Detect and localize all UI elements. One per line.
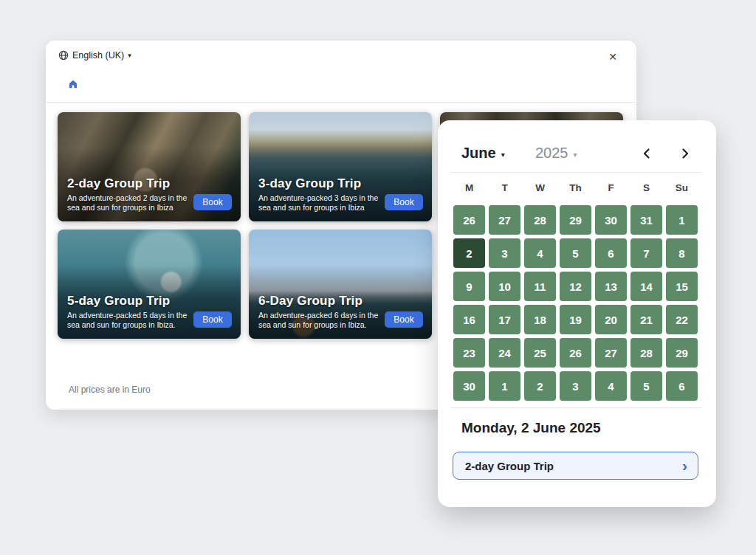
calendar-day[interactable]: 14 bbox=[630, 272, 662, 301]
calendar-day[interactable]: 7 bbox=[630, 238, 662, 268]
language-selector[interactable]: English (UK) ▾ bbox=[58, 50, 131, 61]
calendar-day[interactable]: 15 bbox=[666, 272, 698, 301]
card-description: An adventure-packed 6 days in the sea an… bbox=[258, 311, 388, 329]
calendar-day[interactable]: 5 bbox=[630, 371, 662, 401]
calendar-popup: June ▾ 2025 ▾ MTWThFSSu 2627282930311234… bbox=[438, 120, 716, 507]
calendar-day[interactable]: 5 bbox=[560, 238, 591, 268]
home-icon bbox=[68, 79, 78, 89]
calendar-day[interactable]: 11 bbox=[524, 272, 556, 301]
calendar-day[interactable]: 10 bbox=[489, 272, 520, 301]
calendar-day[interactable]: 13 bbox=[595, 272, 627, 301]
calendar-day[interactable]: 28 bbox=[524, 205, 556, 235]
calendar-day-headers: MTWThFSSu bbox=[453, 182, 698, 193]
calendar-day[interactable]: 16 bbox=[453, 305, 485, 334]
day-header: Su bbox=[666, 182, 698, 193]
calendar-day[interactable]: 2 bbox=[524, 371, 556, 401]
month-selector[interactable]: June ▾ bbox=[461, 145, 505, 162]
calendar-day[interactable]: 28 bbox=[630, 338, 662, 368]
card-title: 3-day Group Trip bbox=[258, 176, 423, 191]
calendar-day[interactable]: 3 bbox=[560, 371, 591, 401]
currency-note: All prices are in Euro bbox=[69, 385, 151, 395]
calendar-day[interactable]: 29 bbox=[666, 338, 698, 368]
globe-icon bbox=[58, 50, 69, 61]
calendar-day[interactable]: 30 bbox=[453, 371, 485, 401]
language-label: English (UK) bbox=[72, 50, 124, 61]
calendar-day[interactable]: 19 bbox=[560, 305, 591, 334]
calendar-day[interactable]: 3 bbox=[489, 238, 520, 268]
calendar-day[interactable]: 6 bbox=[666, 371, 698, 401]
calendar-day[interactable]: 26 bbox=[560, 338, 591, 368]
caret-down-icon: ▾ bbox=[501, 148, 505, 159]
calendar-grid: 2627282930311234567891011121314151617181… bbox=[453, 205, 698, 401]
calendar-day[interactable]: 18 bbox=[524, 305, 556, 334]
trip-card-5day[interactable]: 5-day Group Trip An adventure-packed 5 d… bbox=[58, 230, 241, 339]
trip-option-label: 2-day Group Trip bbox=[465, 460, 554, 472]
calendar-day[interactable]: 12 bbox=[560, 272, 591, 301]
day-header: S bbox=[630, 182, 662, 193]
day-header: M bbox=[453, 182, 485, 193]
day-header: T bbox=[489, 182, 520, 193]
card-description: An adventure-packed 3 days in the sea an… bbox=[258, 193, 388, 212]
calendar-day[interactable]: 1 bbox=[489, 371, 520, 401]
trip-card-2day[interactable]: 2-day Group Trip An adventure-packed 2 d… bbox=[58, 112, 241, 221]
trip-card-3day[interactable]: 3-day Group Trip An adventure-packed 3 d… bbox=[249, 112, 432, 221]
calendar-day[interactable]: 26 bbox=[453, 205, 485, 235]
chevron-left-icon bbox=[641, 148, 653, 159]
prev-month-button[interactable] bbox=[636, 143, 657, 164]
calendar-day[interactable]: 23 bbox=[453, 338, 485, 368]
year-selector[interactable]: 2025 ▾ bbox=[535, 145, 577, 162]
card-title: 2-day Group Trip bbox=[67, 176, 232, 191]
day-header: F bbox=[595, 182, 627, 193]
selected-date-label: Monday, 2 June 2025 bbox=[461, 420, 601, 436]
calendar-day[interactable]: 22 bbox=[666, 305, 698, 334]
caret-down-icon: ▾ bbox=[128, 52, 131, 59]
month-label: June bbox=[461, 145, 496, 162]
card-description: An adventure-packed 5 days in the sea an… bbox=[67, 311, 197, 329]
calendar-day[interactable]: 1 bbox=[666, 205, 698, 235]
day-header: W bbox=[524, 182, 556, 193]
chevron-right-icon: › bbox=[682, 458, 687, 475]
calendar-day[interactable]: 8 bbox=[666, 238, 698, 268]
trip-card-6day[interactable]: 6-Day Group Trip An adventure-packed 6 d… bbox=[249, 230, 432, 339]
calendar-day[interactable]: 29 bbox=[560, 205, 591, 235]
calendar-day[interactable]: 21 bbox=[630, 305, 662, 334]
card-title: 5-day Group Trip bbox=[67, 294, 232, 308]
calendar-day[interactable]: 20 bbox=[595, 305, 627, 334]
calendar-day[interactable]: 27 bbox=[489, 205, 520, 235]
next-month-button[interactable] bbox=[675, 143, 695, 164]
chevron-right-icon bbox=[679, 148, 691, 159]
book-button[interactable]: Book bbox=[385, 311, 423, 328]
header-divider bbox=[46, 102, 636, 103]
trip-option-button[interactable]: 2-day Group Trip › bbox=[453, 452, 698, 480]
calendar-day[interactable]: 4 bbox=[595, 371, 627, 401]
titlebar: English (UK) ▾ ✕ bbox=[46, 41, 636, 73]
calendar-day[interactable]: 24 bbox=[489, 338, 520, 368]
calendar-day[interactable]: 4 bbox=[524, 238, 556, 268]
card-description: An adventure-packed 2 days in the sea an… bbox=[67, 193, 197, 212]
book-button[interactable]: Book bbox=[385, 194, 423, 210]
calendar-day[interactable]: 30 bbox=[595, 205, 627, 235]
caret-down-icon: ▾ bbox=[574, 148, 577, 159]
day-header: Th bbox=[560, 182, 591, 193]
calendar-day[interactable]: 25 bbox=[524, 338, 556, 368]
card-title: 6-Day Group Trip bbox=[258, 294, 423, 308]
calendar-day[interactable]: 17 bbox=[489, 305, 520, 334]
calendar-day[interactable]: 27 bbox=[595, 338, 627, 368]
calendar-header: June ▾ 2025 ▾ bbox=[461, 145, 695, 164]
year-label: 2025 bbox=[535, 145, 568, 162]
calendar-header-divider bbox=[450, 172, 701, 173]
calendar-day[interactable]: 31 bbox=[630, 205, 662, 235]
book-button[interactable]: Book bbox=[193, 311, 232, 328]
calendar-footer-divider bbox=[450, 407, 701, 408]
book-button[interactable]: Book bbox=[193, 194, 232, 210]
calendar-day[interactable]: 2 bbox=[453, 238, 485, 268]
home-button[interactable] bbox=[68, 79, 80, 91]
close-icon[interactable]: ✕ bbox=[605, 49, 620, 64]
calendar-day[interactable]: 6 bbox=[595, 238, 627, 268]
calendar-day[interactable]: 9 bbox=[453, 272, 485, 301]
